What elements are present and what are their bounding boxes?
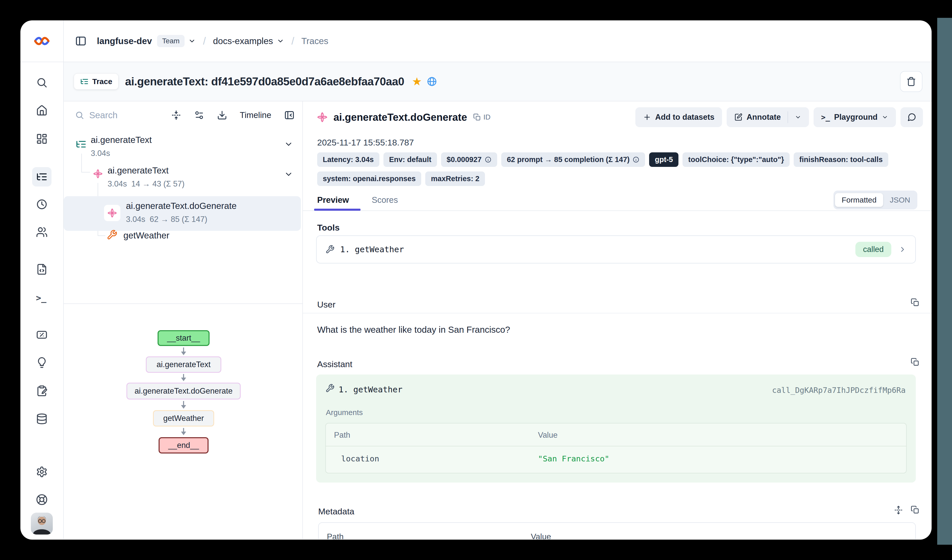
download-icon[interactable]: [217, 110, 227, 120]
id-label: ID: [484, 113, 490, 121]
trace-title: ai.generateText: df41e597d0a85e0d7a6ae8e…: [125, 75, 404, 88]
breadcrumb: langfuse-dev Team / docs-examples / Trac…: [64, 20, 932, 62]
generation-icon-box: [104, 205, 121, 221]
graph-node-generatetext[interactable]: ai.generateText: [146, 356, 221, 373]
graph-edge: [183, 347, 184, 354]
trace-chip-label: Trace: [92, 77, 112, 86]
latency-badge: Latency: 3.04s: [317, 152, 379, 167]
tool-definition-row[interactable]: 1. getWeather called: [316, 235, 916, 264]
settings-gear-icon[interactable]: [36, 466, 48, 478]
project-chevron-down-icon[interactable]: [188, 37, 196, 45]
tree-item-dogenerate-label[interactable]: ai.generateText.doGenerate: [126, 201, 236, 211]
home-icon[interactable]: [36, 105, 48, 116]
tree-item-root-label[interactable]: ai.generateText: [91, 135, 152, 145]
insights-lightbulb-icon[interactable]: [36, 357, 48, 369]
annotate-split-button[interactable]: Annotate: [726, 107, 809, 127]
annotation-clipboard-pen-icon[interactable]: [36, 385, 48, 397]
datasets-database-icon[interactable]: [36, 413, 48, 425]
wrench-icon: [325, 245, 334, 254]
graph-node-getweather[interactable]: getWeather: [153, 410, 214, 426]
timeline-toggle[interactable]: Timeline: [240, 110, 271, 120]
chevron-down-icon[interactable]: [284, 140, 293, 149]
tab-scores[interactable]: Scores: [372, 195, 398, 205]
tree-connector: [81, 172, 90, 173]
users-icon[interactable]: [36, 226, 48, 238]
add-to-datasets-button[interactable]: Add to datasets: [635, 107, 722, 127]
pencil-square-icon: [734, 113, 742, 121]
playground-button[interactable]: >_ Playground: [814, 107, 896, 127]
user-message: What is the weather like today in San Fr…: [317, 325, 510, 335]
copy-metadata-icon[interactable]: [911, 506, 920, 514]
app-window: langfuse-dev Team / docs-examples / Trac…: [20, 20, 932, 540]
chevron-right-icon[interactable]: [898, 245, 907, 253]
format-toggle-json[interactable]: JSON: [884, 193, 916, 207]
maxretries-badge: maxRetries: 2: [425, 171, 485, 186]
breadcrumb-separator: /: [203, 35, 206, 47]
chevron-down-icon: [882, 114, 888, 120]
sidebar-toggle-icon[interactable]: [75, 35, 87, 47]
format-toggle-formatted[interactable]: Formatted: [835, 193, 883, 207]
generation-pinwheel-icon: [316, 111, 328, 123]
tools-heading: Tools: [317, 223, 340, 233]
user-heading: User: [317, 299, 335, 310]
cost-badge[interactable]: $0.000927: [441, 152, 497, 167]
breadcrumb-org[interactable]: docs-examples: [213, 36, 273, 46]
arguments-path-header: Path: [334, 430, 350, 440]
graph-node-start[interactable]: __start__: [158, 330, 210, 346]
top-bar: langfuse-dev Team / docs-examples / Trac…: [20, 20, 932, 62]
view-settings-sliders-icon[interactable]: [194, 110, 204, 120]
copy-assistant-message-icon[interactable]: [911, 358, 920, 366]
tree-item-generation-label[interactable]: ai.generateText: [108, 165, 168, 176]
graph-node-dogenerate[interactable]: ai.generateText.doGenerate: [127, 383, 241, 400]
metadata-table: Path Value: [318, 522, 916, 539]
dashboard-icon[interactable]: [36, 133, 48, 145]
observation-detail-panel: ai.generateText.doGenerate ID Add to dat…: [303, 102, 932, 539]
copy-user-message-icon[interactable]: [911, 298, 920, 307]
tree-connector: [97, 235, 105, 236]
chevron-down-icon[interactable]: [284, 170, 293, 179]
user-avatar[interactable]: [31, 513, 53, 535]
search-icon[interactable]: [36, 77, 48, 88]
metadata-heading: Metadata: [318, 506, 354, 517]
arguments-value-header: Value: [538, 430, 558, 440]
trace-tree-icon: [76, 139, 87, 150]
copy-id-icon[interactable]: [473, 113, 481, 121]
arguments-label: Arguments: [326, 408, 363, 417]
evaluation-percent-icon[interactable]: [36, 329, 48, 341]
button-divider: [788, 111, 788, 123]
tool-name: 1. getWeather: [340, 245, 404, 254]
model-badge[interactable]: gpt-5: [649, 152, 678, 167]
breadcrumb-page[interactable]: Traces: [301, 36, 328, 46]
prompts-file-code-icon[interactable]: [36, 264, 48, 275]
support-lifebuoy-icon[interactable]: [36, 494, 48, 506]
sessions-clock-icon[interactable]: [36, 199, 48, 210]
finishreason-badge: finishReason: tool-calls: [794, 152, 888, 167]
delete-trace-button[interactable]: [900, 71, 923, 92]
expand-metadata-icon[interactable]: [894, 506, 903, 515]
search-icon: [75, 111, 84, 120]
tree-item-getweather-label[interactable]: getWeather: [124, 230, 169, 241]
comments-button[interactable]: [901, 107, 923, 127]
breadcrumb-project[interactable]: langfuse-dev: [97, 36, 152, 46]
token-usage-badge[interactable]: 62 prompt → 85 completion (Σ 147): [501, 152, 645, 167]
graph-node-end[interactable]: __end__: [159, 437, 209, 454]
tab-preview[interactable]: Preview: [317, 195, 349, 205]
metadata-value-header: Value: [531, 532, 551, 539]
chevron-down-icon[interactable]: [795, 114, 801, 120]
bookmark-star-icon[interactable]: ★: [412, 76, 422, 87]
tree-item-generation-metrics: 3.04s 14 → 43 (Σ 57): [108, 179, 185, 188]
sidebar-nav: >_: [20, 62, 64, 539]
generation-pinwheel-icon: [107, 207, 118, 219]
generation-pinwheel-icon: [92, 168, 104, 179]
collapse-panel-icon[interactable]: [284, 110, 295, 120]
tree-search-input[interactable]: Search: [75, 110, 117, 120]
collapse-all-icon[interactable]: [171, 110, 181, 120]
info-icon: [632, 156, 640, 163]
tool-call-name: 1. getWeather: [338, 385, 402, 394]
public-globe-icon[interactable]: [427, 76, 437, 87]
playground-terminal-icon[interactable]: >_: [36, 293, 46, 303]
terminal-glyph-icon: >_: [821, 113, 830, 122]
org-chevron-down-icon[interactable]: [277, 37, 284, 45]
sidebar-item-tracing[interactable]: [32, 167, 51, 187]
langfuse-logo[interactable]: [20, 20, 64, 62]
